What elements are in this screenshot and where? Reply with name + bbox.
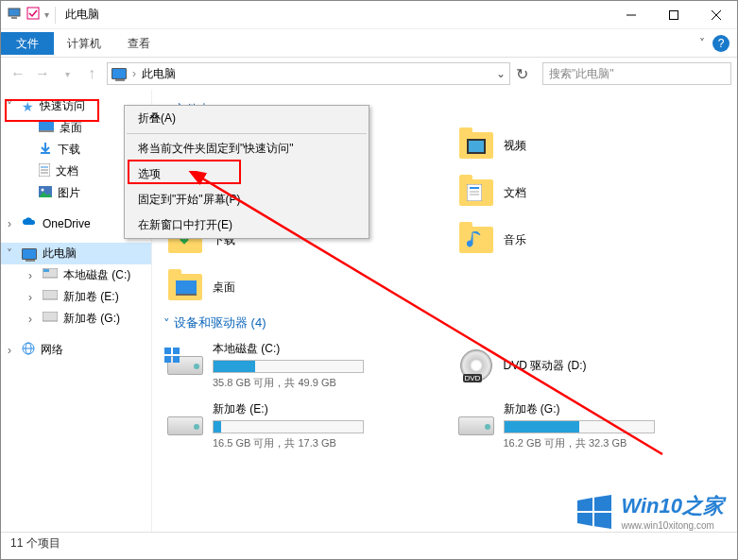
- svg-rect-25: [467, 184, 482, 201]
- search-placeholder: 搜索"此电脑": [549, 66, 614, 82]
- group-devices[interactable]: ˅设备和驱动器 (4): [163, 309, 726, 337]
- drive-c[interactable]: 本地磁盘 (C:)35.8 GB 可用，共 49.9 GB: [163, 337, 436, 394]
- close-button[interactable]: [695, 1, 737, 29]
- sidebar-item-vol-e[interactable]: ›新加卷 (E:): [1, 286, 151, 308]
- sidebar-item-vol-g[interactable]: ›新加卷 (G:): [1, 308, 151, 330]
- drive-icon: [43, 290, 58, 304]
- svg-rect-0: [9, 8, 20, 16]
- download-icon: [39, 142, 52, 158]
- pc-icon: [22, 248, 37, 260]
- recent-dropdown[interactable]: ▾: [56, 62, 78, 85]
- svg-rect-34: [173, 356, 180, 363]
- ctx-new-window[interactable]: 在新窗口中打开(E): [125, 212, 369, 238]
- svg-rect-17: [43, 269, 49, 272]
- minimize-button[interactable]: [609, 1, 652, 29]
- svg-rect-19: [43, 312, 58, 321]
- svg-rect-4: [669, 10, 678, 19]
- back-button[interactable]: ←: [7, 62, 29, 85]
- pc-icon: [112, 68, 127, 79]
- svg-rect-32: [173, 348, 180, 354]
- sidebar-item-network[interactable]: ›网络: [1, 339, 151, 361]
- cloud-icon: [22, 216, 37, 230]
- picture-icon: [39, 186, 52, 200]
- qat-dropdown-icon[interactable]: ▾: [44, 9, 49, 20]
- ribbon-expand-icon[interactable]: ˅: [699, 37, 705, 50]
- forward-button[interactable]: →: [31, 62, 54, 85]
- chevron-down-icon: ˅: [163, 316, 170, 331]
- document-icon: [39, 163, 50, 179]
- window-title: 此电脑: [61, 7, 609, 23]
- up-button[interactable]: ↑: [80, 62, 103, 85]
- drive-g[interactable]: 新加卷 (G:)16.2 GB 可用，共 32.3 GB: [455, 398, 727, 454]
- separator: [127, 133, 367, 134]
- status-bar: 11 个项目: [1, 532, 737, 554]
- ctx-options[interactable]: 选项: [125, 161, 369, 187]
- tab-file[interactable]: 文件: [1, 32, 54, 55]
- sidebar-item-this-pc[interactable]: ˅此电脑: [1, 243, 151, 264]
- tab-computer[interactable]: 计算机: [54, 32, 114, 55]
- ctx-collapse[interactable]: 折叠(A): [125, 106, 369, 131]
- address-bar: ← → ▾ ↑ › 此电脑 ⌄ ↻ 搜索"此电脑": [1, 58, 737, 90]
- folder-documents[interactable]: 文档: [455, 171, 727, 214]
- drive-icon: [43, 268, 58, 282]
- titlebar: ▾ 此电脑: [1, 1, 737, 29]
- desktop-icon: [39, 121, 54, 135]
- search-input[interactable]: 搜索"此电脑": [542, 62, 731, 85]
- app-icon: [7, 6, 22, 25]
- help-icon[interactable]: ?: [712, 35, 729, 52]
- folder-desktop[interactable]: 桌面: [163, 265, 436, 309]
- window-controls: [609, 1, 737, 29]
- star-icon: ★: [22, 99, 34, 114]
- svg-rect-8: [39, 130, 54, 132]
- tab-view[interactable]: 查看: [114, 32, 163, 55]
- folder-music[interactable]: 音乐: [455, 218, 727, 262]
- maximize-button[interactable]: [652, 1, 695, 29]
- folder-icon: [168, 274, 202, 300]
- svg-rect-31: [164, 348, 171, 354]
- dvd-icon: DVD: [460, 349, 492, 382]
- ribbon: 文件 计算机 查看 ˅ ?: [1, 29, 737, 58]
- folder-icon: [459, 179, 493, 206]
- network-icon: [22, 342, 35, 358]
- address-dropdown-icon[interactable]: ⌄: [496, 67, 506, 80]
- drive-e[interactable]: 新加卷 (E:)16.5 GB 可用，共 17.3 GB: [163, 398, 436, 454]
- capacity-bar: [213, 360, 364, 373]
- drive-icon: [43, 312, 58, 326]
- capacity-bar: [504, 420, 655, 433]
- context-menu: 折叠(A) 将当前文件夹固定到"快速访问" 选项 固定到"开始"屏幕(P) 在新…: [124, 105, 369, 239]
- drive-icon: [167, 356, 203, 375]
- refresh-button[interactable]: ↻: [516, 65, 539, 83]
- drive-icon: [167, 416, 203, 435]
- drive-dvd[interactable]: DVD DVD 驱动器 (D:): [455, 337, 727, 394]
- svg-point-15: [42, 189, 44, 192]
- svg-rect-7: [39, 121, 54, 130]
- folder-icon: [459, 132, 493, 159]
- capacity-bar: [213, 420, 364, 433]
- ctx-pin-current[interactable]: 将当前文件夹固定到"快速访问": [125, 136, 369, 161]
- svg-rect-2: [27, 8, 39, 19]
- svg-rect-29: [176, 280, 197, 294]
- address-field[interactable]: › 此电脑 ⌄: [107, 62, 510, 85]
- sidebar-item-disk-c[interactable]: ›本地磁盘 (C:): [1, 264, 151, 286]
- qat: ▾: [1, 6, 49, 25]
- folder-icon: [459, 227, 493, 253]
- svg-rect-24: [469, 141, 484, 152]
- ctx-pin-start[interactable]: 固定到"开始"屏幕(P): [125, 187, 369, 212]
- address-path: 此电脑: [142, 66, 176, 82]
- qat-prop-icon[interactable]: [26, 6, 41, 25]
- svg-rect-1: [11, 17, 17, 19]
- drive-icon: [458, 416, 494, 435]
- item-count: 11 个项目: [10, 535, 60, 552]
- svg-rect-30: [176, 294, 197, 296]
- watermark: Win10之家www.win10xitong.com: [575, 492, 724, 531]
- windows-logo-icon: [575, 493, 613, 531]
- folder-video[interactable]: 视频: [455, 124, 727, 167]
- separator: [55, 7, 56, 24]
- svg-rect-18: [43, 290, 58, 299]
- svg-rect-33: [164, 356, 171, 363]
